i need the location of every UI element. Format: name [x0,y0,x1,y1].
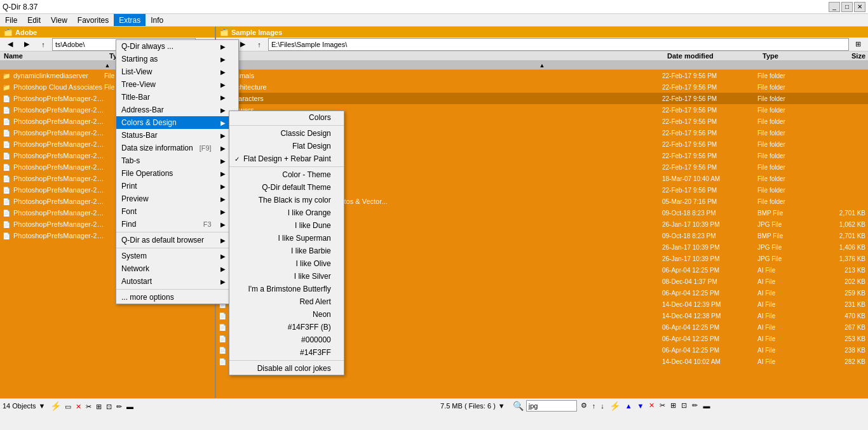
status-dropdown-icon[interactable]: ▼ [39,402,46,410]
file-date: 09-Oct-18 8:23 PM [662,210,757,217]
right-list-item[interactable]: 📄 0004_full_ai_vi_template_vector_1.ai 0… [216,264,868,276]
status-right: 7.5 MB ( Files: 6 ) ▼ 🔍 ⚙ ↑ ↓ ⚡ ▲ ▼ ✕ ✂ … [428,400,865,412]
right-list-item[interactable]: 📄 0002_Knitting Balls.jpg 26-Jan-17 10:3… [216,241,868,253]
right-scroll-up[interactable]: ▲ [216,61,868,70]
file-name: PhotoshopPrefsManager-20191 [13,186,104,194]
right-up-button[interactable]: ↑ [252,37,267,51]
menu-item-label: Font [121,207,137,216]
menu-item-label: List-View [121,67,152,76]
file-date: 06-Apr-04 12:25 PM [662,335,757,342]
extras-menu-item[interactable]: Autostart▶ [116,275,238,288]
file-name: PhotoshopPrefsManager-20191 [13,209,104,217]
maximize-button[interactable]: □ [841,2,853,12]
menu-item-label: Status-Bar [121,131,158,140]
right-addr-input[interactable] [268,38,849,51]
extras-menu-item[interactable]: Preview▶ [116,192,238,205]
file-date: 22-Feb-17 9:56 PM [662,152,757,159]
left-forward-button[interactable]: ▶ [19,37,34,51]
extras-menu-item[interactable]: Title-Bar▶ [116,91,238,104]
file-name: PhotoshopPrefsManager-20190 [13,152,104,159]
right-list-item[interactable]: 📁 Architecture 22-Feb-17 9:56 PM File fo… [216,81,868,93]
menu-favorites[interactable]: Favorites [72,14,114,26]
extras-menu-item[interactable]: Print▶ [116,180,238,192]
extras-menu-item[interactable]: Q-Dir as default browser▶ [116,234,238,246]
menu-extras[interactable]: Extras [114,14,146,26]
menu-edit[interactable]: Edit [22,14,46,26]
menu-item-label: Tab-s [121,156,140,165]
right-panel-header: 🗂️ Sample Images [216,27,868,37]
right-list-item[interactable]: 📄 0003_Forest.jpg 26-Jan-17 10:39 PM JPG… [216,253,868,264]
right-list-item[interactable]: 📄 0005_full_ai_vi_template_vector_2.ai 0… [216,276,868,287]
right-list-item[interactable]: 📁 Wallpaper Nature Images, Stock Photos … [216,196,868,207]
file-type: File folder [757,72,815,79]
file-size: 259 KB [815,290,865,297]
right-list-item[interactable]: 📁 Views 22-Feb-17 9:56 PM File folder [216,184,868,196]
right-list-item[interactable]: 📁 People 22-Feb-17 9:56 PM File folder [216,150,868,161]
extras-menu-item[interactable]: Status-Bar▶ [116,129,238,142]
extras-menu-item[interactable]: Q-Dir always ...▶ [116,40,238,53]
file-name: Animals [229,72,662,79]
right-list-item[interactable]: 📄 0007_full_ai_vi_template_vector_4.ai 1… [216,299,868,310]
extras-menu-item[interactable]: FindF3▶ [116,218,238,231]
file-name: PhotoshopPrefsManager-20181 [13,129,104,137]
right-list-item[interactable]: 📁 Landscapes 22-Feb-17 9:56 PM File fold… [216,127,868,138]
extras-menu-item[interactable]: Data size information[F9]▶ [116,142,238,154]
right-list-item[interactable]: 📁 Single Covers 18-Mar-07 10:40 AM File … [216,173,868,184]
file-icon: 📄 [219,347,227,354]
right-list-item[interactable]: 📁 Icons 22-Feb-17 9:56 PM File folder [216,116,868,127]
submenu-arrow-icon: ▶ [220,119,226,126]
right-list-item[interactable]: 📄 0012_full_ai_vi_template_vector_9.ai 1… [216,356,868,367]
extras-menu-item[interactable]: Address-Bar▶ [116,104,238,116]
menu-item-label: System [121,252,147,260]
file-name: 0010_full_ai_vi_template_vector_7.ai [229,335,662,342]
right-list-item[interactable]: 📄 0008_full_ai_vi_template_vector_5.ai 1… [216,310,868,321]
right-list-item[interactable]: 📄 0001_Skyscraper.jpg 26-Jan-17 10:39 PM… [216,218,868,230]
status-dropdown2[interactable]: ▼ [498,402,505,410]
extras-menu-item[interactable]: Tab-s▶ [116,154,238,167]
right-list-item[interactable]: 📄 0010_full_ai_vi_template_vector_7.ai 0… [216,333,868,344]
file-name: 0011_full_ai_vi_template_vector_8.ai [229,346,662,354]
extras-menu-item[interactable]: Network▶ [116,262,238,275]
title-bar: Q-Dir 8.37 _ □ ✕ [0,0,868,14]
right-list-item[interactable]: 📄 0002_Knitting Balls.bmp 09-Oct-18 8:23… [216,230,868,241]
file-type: BMP File [757,210,815,217]
right-list-item[interactable]: 📄 0001_Skyscraper.bmp 09-Oct-18 8:23 PM … [216,207,868,218]
file-type: AI File [757,358,815,365]
minimize-button[interactable]: _ [829,2,840,12]
file-date: 26-Jan-17 10:39 PM [662,244,757,251]
file-date: 09-Oct-18 8:23 PM [662,232,757,239]
extras-menu-item[interactable]: List-View▶ [116,65,238,78]
right-list-item[interactable]: 📁 Nature 22-Feb-17 9:56 PM File folder [216,138,868,150]
submenu-arrow-icon: ▶ [220,94,226,101]
extras-menu-item[interactable]: File Operations▶ [116,167,238,180]
file-name: Characters [229,95,662,102]
right-file-list: ▲ 📁 Animals 22-Feb-17 9:56 PM File folde… [216,61,868,398]
extras-menu-item[interactable]: Colors & Design▶ [116,116,238,129]
close-button[interactable]: ✕ [854,2,865,12]
right-list-item[interactable]: 📁 Animals 22-Feb-17 9:56 PM File folder [216,70,868,81]
right-list-item[interactable]: 📁 Characters 22-Feb-17 9:56 PM File fold… [216,93,868,104]
file-type: File folder [757,175,815,182]
extras-menu-item[interactable]: Font▶ [116,205,238,218]
right-list-item[interactable]: 📁 Flowers 22-Feb-17 9:56 PM File folder [216,104,868,116]
right-list-item[interactable]: 📁 Scenes 22-Feb-17 9:56 PM File folder [216,161,868,173]
menu-info[interactable]: Info [146,14,168,26]
right-list-item[interactable]: 📄 0011_full_ai_vi_template_vector_8.ai 0… [216,344,868,356]
file-date: 06-Apr-04 12:25 PM [662,267,757,274]
extras-menu-item[interactable]: ... more options [116,291,238,304]
right-list-item[interactable]: 📄 0009_full_ai_vi_template_vector_6.ai 0… [216,321,868,333]
right-view-button[interactable]: ⊞ [850,37,865,51]
extras-menu-item[interactable]: System▶ [116,250,238,262]
submenu-arrow-icon: ▶ [220,158,226,165]
filter-input[interactable] [526,400,577,412]
menu-file[interactable]: File [0,14,22,26]
file-date: 22-Feb-17 9:56 PM [662,130,757,137]
left-back-button[interactable]: ◀ [3,37,18,51]
left-up-button[interactable]: ↑ [36,37,51,51]
menu-view[interactable]: View [46,14,72,26]
extras-menu-item[interactable]: Tree-View▶ [116,78,238,91]
status-objects: 14 Objects [3,402,36,410]
extras-menu-item[interactable]: Starting as▶ [116,53,238,65]
file-icon: 📄 [219,358,227,365]
right-list-item[interactable]: 📄 0006_full_ai_vi_template_vector_3.ai 0… [216,287,868,299]
